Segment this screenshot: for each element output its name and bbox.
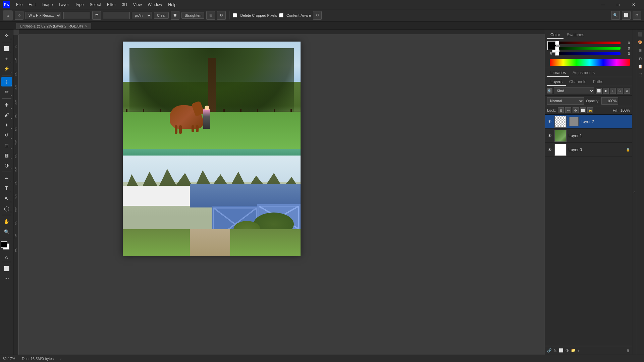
- filter-pixel-icon[interactable]: ⬜: [596, 88, 602, 94]
- filter-shape-icon[interactable]: ⬡: [617, 88, 623, 94]
- color-spectrum[interactable]: [550, 59, 630, 66]
- hand-button[interactable]: ✋: [1, 217, 12, 226]
- green-track[interactable]: [555, 47, 621, 50]
- crop-preset-select[interactable]: W x H x Reso...: [25, 12, 61, 19]
- red-thumb[interactable]: [555, 41, 559, 45]
- dodge-button[interactable]: ◑ ▸: [1, 161, 12, 170]
- unit-select[interactable]: px/in px/cm px in cm: [132, 12, 152, 19]
- menu-help[interactable]: Help: [165, 1, 179, 8]
- blend-mode-select[interactable]: Normal Dissolve Multiply Screen Overlay: [547, 97, 584, 105]
- delete-layer-icon[interactable]: 🗑: [626, 349, 630, 353]
- move-tool-button[interactable]: ✛ ▸: [1, 31, 12, 40]
- clone-stamp-button[interactable]: ✦ ▸: [1, 120, 12, 130]
- crop-options-icon[interactable]: ⚙: [217, 11, 226, 20]
- lock-transparent-icon[interactable]: ⊞: [558, 107, 564, 113]
- status-arrow[interactable]: ›: [60, 357, 62, 361]
- menu-window[interactable]: Window: [145, 1, 165, 8]
- close-button[interactable]: ✕: [626, 0, 641, 9]
- panel-icon-3[interactable]: ◐: [637, 55, 644, 62]
- swap-dimensions-icon[interactable]: ⇄: [92, 11, 101, 20]
- straighten-button[interactable]: Straighten: [181, 12, 204, 19]
- brush-button[interactable]: 🖌 ▸: [1, 110, 12, 120]
- panel-icon-5[interactable]: ⬚: [637, 71, 644, 78]
- filter-smart-icon[interactable]: ⚙: [624, 88, 630, 94]
- paths-tab-button[interactable]: Paths: [590, 78, 607, 86]
- grid-overlay-icon[interactable]: ⊞: [206, 11, 215, 20]
- zoom-button[interactable]: 🔍: [1, 227, 12, 236]
- canvas-inner[interactable]: [19, 35, 545, 355]
- layer-group-icon[interactable]: 📁: [571, 348, 576, 353]
- maximize-button[interactable]: □: [610, 0, 626, 9]
- canvas-area[interactable]: -450 -400 -350 -300 -250 -200 -150 -100 …: [13, 29, 545, 355]
- straighten-icon[interactable]: ⬟: [171, 11, 179, 20]
- adjustments-tab[interactable]: Adjustments: [569, 69, 598, 77]
- clear-button[interactable]: Clear: [154, 12, 169, 19]
- layer-link-icon[interactable]: 🔗: [547, 348, 552, 353]
- rectangular-marquee-button[interactable]: ⬜ ▸: [1, 44, 12, 53]
- opacity-input[interactable]: [601, 97, 618, 105]
- menu-file[interactable]: File: [13, 1, 25, 8]
- layer1-visibility-toggle[interactable]: 👁: [547, 133, 552, 138]
- workspace-icon[interactable]: ⚙: [633, 11, 641, 20]
- menu-layer[interactable]: Layer: [56, 1, 71, 8]
- panel-icon-2[interactable]: ⊞: [637, 47, 644, 54]
- document-tab[interactable]: Untitled-1 @ 82.2% (Layer 2, RGB/8#) ✕: [16, 23, 91, 29]
- layer0-visibility-toggle[interactable]: 👁: [547, 147, 552, 153]
- blue-track[interactable]: [555, 52, 621, 55]
- lock-paint-icon[interactable]: ✏: [565, 107, 571, 113]
- foreground-color-swatch[interactable]: [1, 241, 7, 248]
- quick-mask-button[interactable]: ⊘: [5, 255, 8, 260]
- pen-button[interactable]: ✒ ▸: [1, 174, 12, 183]
- swatches-tab[interactable]: Swatches: [564, 32, 588, 39]
- gradient-button[interactable]: ▦ ▸: [1, 150, 12, 160]
- lock-artboard-icon[interactable]: ⬜: [580, 107, 586, 113]
- menu-image[interactable]: Image: [39, 1, 55, 8]
- menu-view[interactable]: View: [130, 1, 145, 8]
- new-layer-icon[interactable]: +: [578, 349, 580, 353]
- content-aware-checkbox[interactable]: [279, 13, 283, 17]
- layer-item-layer0[interactable]: 👁 Layer 0 🔒: [545, 143, 632, 157]
- shape-button[interactable]: ◯ ▸: [1, 204, 12, 213]
- minimize-button[interactable]: —: [595, 0, 610, 9]
- layer2-visibility-toggle[interactable]: 👁: [547, 119, 552, 124]
- tab-close-button[interactable]: ✕: [85, 24, 88, 28]
- lock-position-icon[interactable]: ✛: [573, 107, 579, 113]
- layer-adj-icon[interactable]: ◑: [566, 348, 569, 353]
- search-icon[interactable]: 🔍: [611, 11, 620, 20]
- lasso-button[interactable]: ⌖ ▸: [1, 54, 12, 63]
- filter-adjust-icon[interactable]: ◐: [603, 88, 609, 94]
- crop-ratio-icon[interactable]: ⊹: [15, 11, 23, 20]
- layer-item-layer2[interactable]: 👁 Layer 2: [545, 115, 632, 129]
- menu-type[interactable]: Type: [72, 1, 86, 8]
- height-input[interactable]: [103, 12, 130, 19]
- blue-thumb[interactable]: [555, 52, 559, 56]
- crop-button[interactable]: ⊹ ▸: [1, 77, 12, 86]
- red-track[interactable]: [555, 42, 621, 44]
- libraries-tab[interactable]: Libraries: [547, 69, 569, 77]
- layer-mask-icon[interactable]: ⬜: [559, 348, 564, 353]
- filter-type-icon[interactable]: T: [610, 88, 616, 94]
- layer-item-layer1[interactable]: 👁 Layer 1: [545, 129, 632, 143]
- panel-icon-4[interactable]: 📋: [637, 63, 644, 70]
- menu-select[interactable]: Select: [87, 1, 103, 8]
- home-icon[interactable]: ⌂: [3, 10, 13, 20]
- lock-all-icon[interactable]: 🔒: [587, 107, 593, 113]
- type-button[interactable]: T ▸: [1, 184, 12, 193]
- color-tab[interactable]: Color: [547, 32, 564, 39]
- menu-edit[interactable]: Edit: [26, 1, 38, 8]
- width-input[interactable]: [63, 12, 90, 19]
- delete-cropped-checkbox[interactable]: [233, 13, 237, 17]
- eraser-button[interactable]: ◻ ▸: [1, 140, 12, 150]
- quick-select-button[interactable]: ⚡ ▸: [1, 64, 12, 73]
- path-selection-button[interactable]: ↖ ▸: [1, 194, 12, 203]
- change-screen-mode[interactable]: ⬜: [1, 264, 12, 273]
- panel-icon-color[interactable]: 🎨: [637, 39, 644, 46]
- menu-filter[interactable]: Filter: [104, 1, 119, 8]
- menu-3d[interactable]: 3D: [119, 1, 129, 8]
- layer-kind-select[interactable]: Kind Name Effect Mode Attribute Color: [554, 87, 594, 94]
- spot-healing-button[interactable]: ✚ ▸: [1, 100, 12, 110]
- panel-collapse-button[interactable]: ‹: [632, 29, 636, 355]
- channels-tab-button[interactable]: Channels: [566, 78, 590, 86]
- arrange-icon[interactable]: ⬜: [622, 11, 631, 20]
- layer-fx-icon[interactable]: fx: [554, 349, 557, 353]
